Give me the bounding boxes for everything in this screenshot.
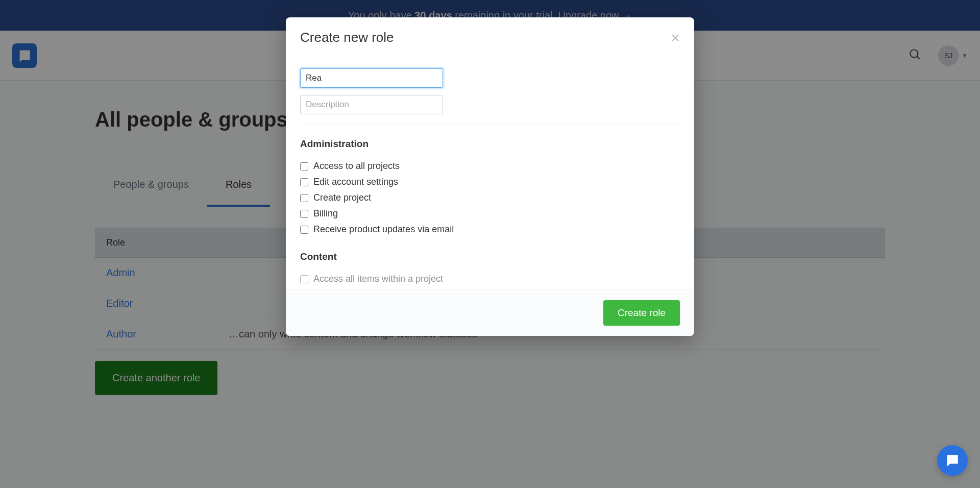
administration-section: Administration Access to all projects Ed… <box>300 138 680 235</box>
section-title-administration: Administration <box>300 138 680 150</box>
perm-checkbox[interactable] <box>300 210 308 218</box>
perm-checkbox[interactable] <box>300 178 308 186</box>
perm-label: Create project <box>313 192 371 203</box>
perm-checkbox[interactable] <box>300 226 308 234</box>
perm-label: Edit account settings <box>313 177 398 187</box>
create-role-modal: Create new role × Administration Access … <box>286 17 694 336</box>
modal-footer: Create role <box>286 289 694 336</box>
divider <box>300 124 680 124</box>
close-button[interactable]: × <box>671 30 680 45</box>
content-section: Content Access all items within a projec… <box>300 251 680 284</box>
role-name-input[interactable] <box>300 68 443 88</box>
perm-label: Receive product updates via email <box>313 224 454 235</box>
modal-header: Create new role × <box>286 17 694 57</box>
intercom-launcher[interactable] <box>937 445 968 476</box>
perm-row-create-project[interactable]: Create project <box>300 192 680 203</box>
perm-row-access-all-projects[interactable]: Access to all projects <box>300 161 680 172</box>
perm-label: Billing <box>313 208 338 219</box>
perm-label: Access to all projects <box>313 161 400 172</box>
chat-icon <box>945 453 960 468</box>
modal-title: Create new role <box>300 30 394 45</box>
perm-row-receive-updates[interactable]: Receive product updates via email <box>300 224 680 235</box>
modal-body: Administration Access to all projects Ed… <box>286 57 694 289</box>
section-title-content: Content <box>300 251 680 262</box>
perm-label: Access all items within a project <box>313 274 443 284</box>
perm-row-edit-account-settings[interactable]: Edit account settings <box>300 177 680 187</box>
role-description-input[interactable] <box>300 95 443 114</box>
close-icon: × <box>671 29 680 46</box>
perm-row-billing[interactable]: Billing <box>300 208 680 219</box>
perm-row-access-all-items[interactable]: Access all items within a project <box>300 274 680 284</box>
perm-checkbox[interactable] <box>300 194 308 202</box>
create-role-button[interactable]: Create role <box>603 300 680 326</box>
perm-checkbox[interactable] <box>300 275 308 283</box>
perm-checkbox[interactable] <box>300 162 308 170</box>
